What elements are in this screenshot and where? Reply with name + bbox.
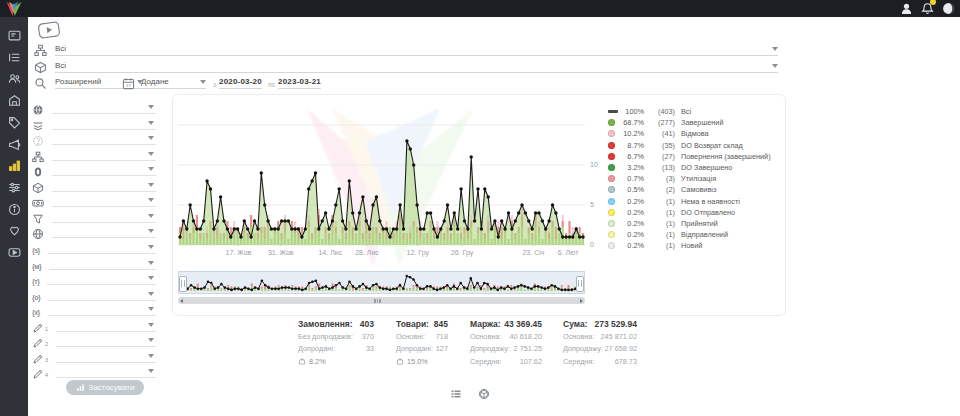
product-filter-select[interactable]	[52, 179, 156, 192]
legend-count: (1)	[644, 219, 675, 228]
megaphone-icon	[8, 137, 21, 155]
chevron-down-icon	[148, 292, 154, 296]
product-filter-row	[32, 179, 156, 192]
legend-item[interactable]: 0.2%(1)Нема в наявності	[608, 196, 780, 207]
notifications-bell-icon[interactable]	[921, 1, 934, 14]
structure-filter-row	[32, 148, 156, 161]
legend-count: (1)	[644, 230, 675, 239]
legend-percent: 3.2%	[615, 163, 644, 172]
date-to-input[interactable]: 2023-03-21	[278, 75, 321, 89]
topbar	[0, 0, 960, 17]
stat-sub-label: Допродажу:	[563, 344, 603, 353]
source-filter-select[interactable]	[52, 117, 156, 130]
list-view-icon[interactable]	[450, 386, 462, 398]
stat-sub-label: Допродажу:	[470, 344, 510, 353]
grid-view-icon[interactable]	[478, 386, 490, 398]
custom-field-3-select[interactable]	[56, 350, 156, 363]
sitemap-icon	[32, 149, 44, 161]
navigator-right-handle[interactable]	[576, 276, 584, 292]
legend-item[interactable]: 0.2%(1)Відправлений	[608, 229, 780, 240]
legend-item[interactable]: 8.7%(35)DO Возврат склад	[608, 140, 780, 151]
package-icon	[32, 180, 44, 192]
legend-item[interactable]: 0.2%(1)Новий	[608, 240, 780, 251]
sidebar-item-store[interactable]	[0, 92, 28, 112]
scroll-left-icon[interactable]	[180, 299, 183, 303]
stat-column: Замовлення:403Без допродажів:370Допродан…	[298, 319, 374, 367]
sidebar-item-tags[interactable]	[0, 114, 28, 134]
legend-label: Відправлений	[681, 230, 728, 239]
website-filter-select[interactable]	[52, 225, 156, 238]
chevron-down-icon	[148, 276, 154, 280]
custom-field-1-select[interactable]	[56, 319, 156, 332]
chevron-down-icon	[148, 121, 154, 125]
stat-sub-label: Середня:	[563, 357, 595, 366]
sidebar-item-orders[interactable]	[0, 49, 28, 69]
stat-sub-value: 245 871.02	[600, 332, 637, 341]
status-filter-select[interactable]	[52, 210, 156, 223]
product-select[interactable]: Всі	[55, 59, 778, 73]
legend-percent: 0.5%	[615, 185, 644, 194]
custom-o-filter-select[interactable]	[48, 288, 156, 301]
legend-item[interactable]: 100%(403)Всі	[608, 106, 780, 117]
legend-label: Самовивіз	[681, 185, 716, 194]
sidebar-item-tutorials[interactable]	[0, 244, 28, 264]
clients-icon	[8, 71, 21, 89]
legend-item[interactable]: 0.7%(3)Утилізація	[608, 173, 780, 184]
user-icon[interactable]	[900, 1, 913, 14]
custom-t-filter-row: {т}	[32, 272, 156, 285]
custom-field-4-select[interactable]	[56, 365, 156, 378]
custom-m-filter-select[interactable]	[49, 257, 156, 270]
legend-item[interactable]: 0.2%(1)Прийнятий	[608, 218, 780, 229]
legend-item[interactable]: 0.5%(2)Самовивіз	[608, 184, 780, 195]
brand-logo-icon[interactable]	[5, 1, 23, 16]
sidebar-item-settings[interactable]	[0, 179, 28, 199]
date-to-value: 2023-03-21	[278, 77, 321, 86]
sidebar-item-support[interactable]	[0, 222, 28, 242]
manager-filter-select[interactable]	[52, 163, 156, 176]
date-field-select[interactable]: Додане	[141, 75, 206, 89]
x-axis-tick: 28. Лис	[355, 249, 379, 256]
horizontal-scrollbar[interactable]	[178, 297, 585, 304]
profile-avatar-icon[interactable]	[942, 1, 955, 14]
legend-item[interactable]: 6.7%(27)Повернення (завершений)	[608, 151, 780, 162]
play-card-icon[interactable]	[37, 21, 61, 40]
date-from-input[interactable]: 2020-03-20	[219, 75, 262, 89]
legend-count: (13)	[644, 163, 675, 172]
legend-item[interactable]: 3.2%(13)DO Завершено	[608, 162, 780, 173]
help-filter-select[interactable]	[52, 132, 156, 145]
legend-item[interactable]: 68.7%(277)Завершений	[608, 117, 780, 128]
structure-filter-select[interactable]	[52, 148, 156, 161]
custom-t-filter-select[interactable]	[47, 272, 156, 285]
custom-x-filter-select[interactable]	[48, 303, 156, 316]
legend-label: Відмова	[681, 129, 709, 138]
custom-field-2-select[interactable]	[56, 334, 156, 347]
legend-dot-marker	[608, 198, 615, 205]
stat-sub-value: 2 751.25	[514, 344, 542, 353]
legend-dot-marker	[608, 242, 615, 249]
payment-filter-select[interactable]	[52, 194, 156, 207]
legend-dot-marker	[608, 220, 615, 227]
legend-item[interactable]: 10.2%(41)Відмова	[608, 128, 780, 139]
navigator-left-handle[interactable]	[179, 276, 187, 292]
custom-s-filter-select[interactable]	[48, 241, 156, 254]
region-filter-select[interactable]	[52, 101, 156, 114]
stat-sub-label: Основні:	[396, 332, 425, 341]
category-select[interactable]: Всі	[55, 42, 778, 56]
scroll-right-icon[interactable]	[580, 299, 583, 303]
scrollbar-grip[interactable]	[374, 299, 381, 303]
sidebar-item-dashboard[interactable]	[0, 27, 28, 47]
pencil-number: 2	[45, 341, 48, 347]
chart-navigator[interactable]	[178, 271, 585, 294]
legend-count: (277)	[644, 118, 675, 127]
custom-field-3-row: 3	[32, 350, 156, 363]
sidebar-item-clients[interactable]	[0, 70, 28, 90]
sitemap-icon	[34, 43, 47, 56]
legend-count: (2)	[644, 185, 675, 194]
stat-sub-label: Основна:	[563, 332, 594, 341]
apply-button[interactable]: Застосувати	[66, 380, 144, 395]
chevron-down-icon	[772, 47, 778, 51]
sidebar-item-info[interactable]	[0, 201, 28, 221]
sidebar-item-statistics[interactable]	[0, 157, 28, 177]
legend-item[interactable]: 0.2%(1)DO Отправлено	[608, 207, 780, 218]
sidebar-item-marketing[interactable]	[0, 136, 28, 156]
